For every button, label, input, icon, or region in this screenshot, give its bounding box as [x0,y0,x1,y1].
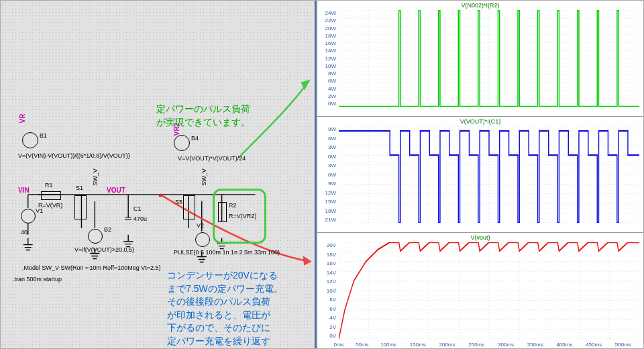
plot-0-yaxis: 24W22W20W18W16W14W12W10W8W6W4W2W0W [319,10,336,107]
plot-xaxis: 0ms50ms100ms150ms200ms250ms300ms350ms400… [339,342,639,348]
comp-b2 [88,229,103,244]
lbl-b1-expr: V=(V(VIN)-V(VOUT))/((6*1/0.8)/V(VOUT)) [18,152,130,159]
plot-2[interactable]: V(vout) 20V18V16V14V12V10V8V6V4V2V0V 0ms… [317,233,643,348]
net-vout: VOUT [107,187,125,194]
lbl-v2: V2 [197,222,204,229]
lbl-b2: B2 [104,226,111,233]
lbl-c1: C1 [133,205,142,212]
node-vout [159,194,162,197]
ann-blue-l5: 下がるので、そのたびに [167,321,283,335]
plot-1[interactable]: V(VOUT)*I(C1) 9W6W3W0W3W6W9W12W15W18W21W [317,117,643,233]
net-swv1: SW_V [92,168,99,186]
lbl-b1: B1 [40,132,47,139]
ann-blue-l2: まで7.5Wの定パワー充電。 [167,283,283,296]
plot-2-title: V(vout) [317,234,643,241]
annotation-green: 定パワーのパルス負荷 が実現できています。 [156,103,250,129]
spice-tran: .tran 500m startup [13,276,62,283]
highlight-r2 [213,189,266,244]
waveform-viewer[interactable]: V(N002)*I(R2) 24W22W20W18W16W14W12W10W8W… [317,1,643,348]
net-vr: VR [19,114,26,123]
spice-model: .Model SW_V SW(Ron＝10m Roff=100Meg Vt=2.… [22,264,160,272]
lbl-r1: R1 [45,182,53,189]
plot-1-title: V(VOUT)*I(C1) [317,118,643,125]
net-swv2: SW_V [201,168,207,186]
comp-b1 [22,132,38,148]
ann-blue-l6: 定パワー充電を繰り返す [167,335,283,348]
lbl-v2-expr: PULSE(0 5 100m 1n 1n 2.5m 33m 100) [174,249,280,256]
ann-blue-l1: コンデンサーが20Vになる [167,269,283,283]
lbl-c1-val: 470u [133,215,147,222]
lbl-b2-expr: V=if(V(VOUT)>20,0,5) [74,246,134,253]
ann-green-l2: が実現できています。 [156,116,250,130]
plot-2-yaxis: 20V18V16V14V12V10V8V6V4V2V0V [319,242,336,339]
comp-c1 [125,217,131,220]
lbl-b4-expr: V=V(VOUT)*V(VOUT)/24 [178,155,246,162]
comp-r1 [41,191,61,200]
lbl-s5: S5 [175,199,182,205]
ann-green-l1: 定パワーのパルス負荷 [156,103,250,116]
schematic-canvas[interactable]: VR VR2 VIN VOUT SW_V SW_V B1 V=(V(VIN)-V… [1,1,315,348]
comp-v1 [21,209,36,223]
ann-blue-l3: その後後段のパルス負荷 [167,295,283,309]
lbl-r1-val: R=V(VR) [38,202,62,209]
comp-v2 [195,232,210,247]
lbl-b4: B4 [191,135,199,142]
lbl-s1: S1 [76,185,83,191]
ann-blue-l4: が印加されると、電圧が [167,309,283,322]
comp-s5 [183,195,195,219]
plot-0-title: V(N002)*I(R2) [317,2,643,9]
comp-s1 [74,195,87,219]
net-vin: VIN [18,187,30,194]
plot-1-yaxis: 9W6W3W0W3W6W9W12W15W18W21W [319,126,336,223]
plot-0[interactable]: V(N002)*I(R2) 24W22W20W18W16W14W12W10W8W… [317,1,643,117]
annotation-blue: コンデンサーが20Vになる まで7.5Wの定パワー充電。 その後後段のパルス負荷… [167,269,283,348]
comp-b4 [174,135,190,151]
lbl-v1-val: 40 [21,229,28,236]
